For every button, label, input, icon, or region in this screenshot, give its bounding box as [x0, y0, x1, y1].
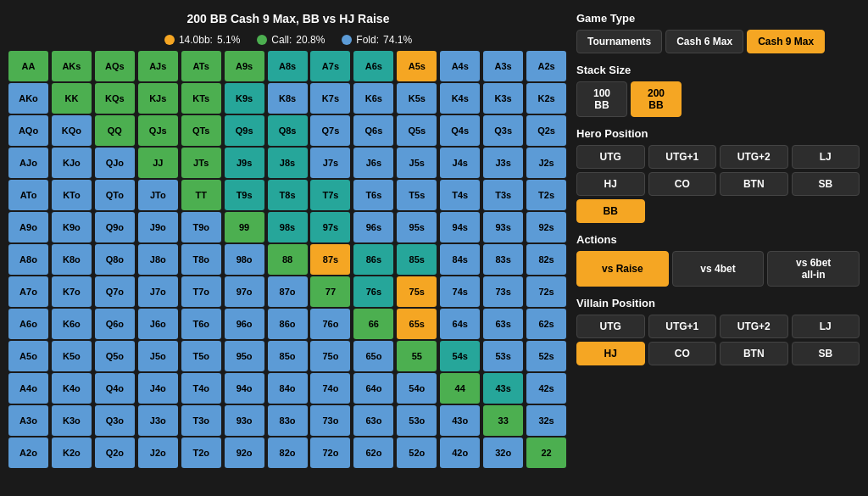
grid-cell[interactable]: A4s	[440, 51, 480, 81]
grid-cell[interactable]: 77	[310, 276, 350, 307]
grid-cell[interactable]: J2s	[526, 148, 566, 178]
grid-cell[interactable]: J8o	[138, 244, 178, 275]
grid-cell[interactable]: K6s	[353, 83, 393, 114]
grid-cell[interactable]: J4o	[138, 373, 178, 404]
grid-cell[interactable]: 92o	[225, 437, 264, 468]
grid-cell[interactable]: 54s	[440, 341, 480, 371]
grid-cell[interactable]: T2s	[526, 180, 566, 210]
grid-cell[interactable]: AJo	[8, 148, 48, 178]
grid-cell[interactable]: Q8o	[95, 244, 135, 275]
btn-villain-co[interactable]: CO	[648, 342, 717, 365]
grid-cell[interactable]: KTs	[181, 83, 221, 114]
grid-cell[interactable]: 76o	[310, 309, 350, 339]
grid-cell[interactable]: Q9s	[225, 115, 264, 146]
grid-cell[interactable]: 98s	[268, 212, 308, 242]
grid-cell[interactable]: 96s	[353, 212, 393, 242]
grid-cell[interactable]: QJs	[138, 115, 178, 146]
grid-cell[interactable]: QTo	[95, 180, 135, 210]
grid-cell[interactable]: 72s	[526, 276, 566, 307]
grid-cell[interactable]: 86s	[353, 244, 393, 275]
grid-cell[interactable]: AQo	[8, 115, 48, 146]
grid-cell[interactable]: QJo	[95, 148, 135, 178]
btn-hero-utg2[interactable]: UTG+2	[720, 145, 788, 169]
grid-cell[interactable]: A3s	[483, 51, 523, 81]
grid-cell[interactable]: TT	[181, 180, 221, 210]
grid-cell[interactable]: 97o	[225, 276, 264, 307]
btn-hero-hj[interactable]: HJ	[576, 172, 645, 196]
grid-cell[interactable]: 85s	[397, 244, 437, 275]
btn-hero-sb[interactable]: SB	[792, 172, 860, 196]
grid-cell[interactable]: 43s	[483, 373, 523, 404]
grid-cell[interactable]: 94o	[225, 373, 264, 404]
grid-cell[interactable]: AKs	[52, 51, 92, 81]
grid-cell[interactable]: 74s	[440, 276, 480, 307]
grid-cell[interactable]: Q2s	[526, 115, 566, 146]
grid-cell[interactable]: A4o	[8, 373, 48, 404]
grid-cell[interactable]: 73o	[310, 405, 350, 436]
grid-cell[interactable]: T4s	[440, 180, 480, 210]
grid-cell[interactable]: T3s	[483, 180, 523, 210]
btn-hero-co[interactable]: CO	[648, 172, 717, 196]
grid-cell[interactable]: 73s	[483, 276, 523, 307]
grid-cell[interactable]: T8s	[268, 180, 308, 210]
btn-hero-utg1[interactable]: UTG+1	[648, 145, 717, 169]
grid-cell[interactable]: A9s	[225, 51, 264, 81]
btn-hero-bb[interactable]: BB	[576, 199, 645, 223]
grid-cell[interactable]: J5s	[397, 148, 437, 178]
grid-cell[interactable]: J5o	[138, 341, 178, 371]
grid-cell[interactable]: K2o	[52, 437, 92, 468]
grid-cell[interactable]: J3o	[138, 405, 178, 436]
grid-cell[interactable]: J9o	[138, 212, 178, 242]
btn-cash9max[interactable]: Cash 9 Max	[747, 30, 825, 53]
grid-cell[interactable]: 72o	[310, 437, 350, 468]
grid-cell[interactable]: A6s	[353, 51, 393, 81]
grid-cell[interactable]: 86o	[268, 309, 308, 339]
btn-hero-lj[interactable]: LJ	[792, 145, 860, 169]
grid-cell[interactable]: T6o	[181, 309, 221, 339]
grid-cell[interactable]: J7s	[310, 148, 350, 178]
grid-cell[interactable]: ATo	[8, 180, 48, 210]
grid-cell[interactable]: JTs	[181, 148, 221, 178]
grid-cell[interactable]: 98o	[225, 244, 264, 275]
grid-cell[interactable]: A9o	[8, 212, 48, 242]
grid-cell[interactable]: T6s	[353, 180, 393, 210]
grid-cell[interactable]: 64s	[440, 309, 480, 339]
grid-cell[interactable]: 92s	[526, 212, 566, 242]
grid-cell[interactable]: 95s	[397, 212, 437, 242]
grid-cell[interactable]: J4s	[440, 148, 480, 178]
grid-cell[interactable]: A8o	[8, 244, 48, 275]
grid-cell[interactable]: A3o	[8, 405, 48, 436]
grid-cell[interactable]: 75o	[310, 341, 350, 371]
grid-cell[interactable]: KJs	[138, 83, 178, 114]
grid-cell[interactable]: Q5s	[397, 115, 437, 146]
grid-cell[interactable]: 33	[483, 405, 523, 436]
btn-cash6max[interactable]: Cash 6 Max	[665, 30, 743, 53]
btn-villain-utg2[interactable]: UTG+2	[720, 315, 788, 338]
grid-cell[interactable]: Q3o	[95, 405, 135, 436]
grid-cell[interactable]: 52o	[397, 437, 437, 468]
grid-cell[interactable]: 32o	[483, 437, 523, 468]
grid-cell[interactable]: A2s	[526, 51, 566, 81]
btn-100bb[interactable]: 100BB	[576, 81, 627, 117]
btn-vs-4bet[interactable]: vs 4bet	[672, 251, 765, 287]
grid-cell[interactable]: 76s	[353, 276, 393, 307]
grid-cell[interactable]: KTo	[52, 180, 92, 210]
grid-cell[interactable]: T8o	[181, 244, 221, 275]
grid-cell[interactable]: KQo	[52, 115, 92, 146]
btn-hero-utg[interactable]: UTG	[576, 145, 645, 169]
grid-cell[interactable]: Q7o	[95, 276, 135, 307]
grid-cell[interactable]: 43o	[440, 405, 480, 436]
grid-cell[interactable]: AA	[8, 51, 48, 81]
grid-cell[interactable]: Q4o	[95, 373, 135, 404]
grid-cell[interactable]: 32s	[526, 405, 566, 436]
grid-cell[interactable]: QQ	[95, 115, 135, 146]
grid-cell[interactable]: 42s	[526, 373, 566, 404]
grid-cell[interactable]: T3o	[181, 405, 221, 436]
btn-villain-utg1[interactable]: UTG+1	[648, 315, 717, 338]
grid-cell[interactable]: A7s	[310, 51, 350, 81]
grid-cell[interactable]: J6s	[353, 148, 393, 178]
grid-cell[interactable]: Q3s	[483, 115, 523, 146]
grid-cell[interactable]: 93o	[225, 405, 264, 436]
grid-cell[interactable]: T9o	[181, 212, 221, 242]
grid-cell[interactable]: J9s	[225, 148, 264, 178]
